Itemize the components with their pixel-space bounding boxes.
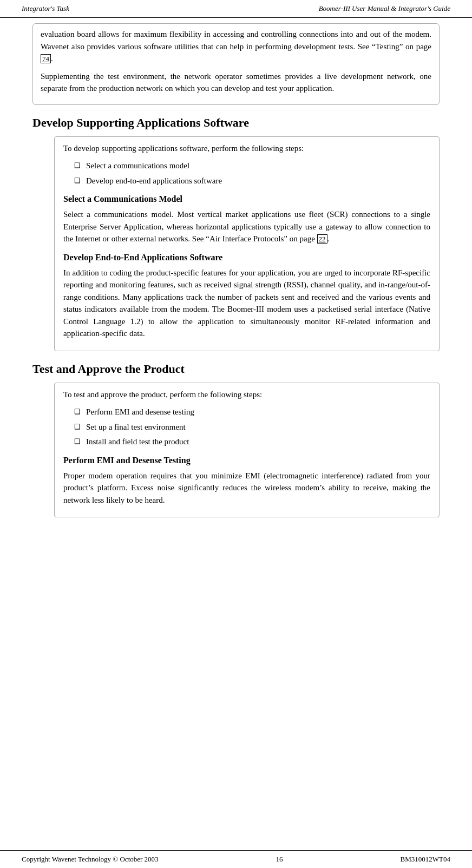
section2-intro-box: To test and approve the product, perform… (54, 383, 440, 518)
header-left: Integrator's Task (22, 4, 69, 13)
section2-steps-list: Perform EMI and desense testing Set up a… (74, 406, 430, 448)
list-item: Develop end-to-end applications software (74, 175, 430, 187)
section1-intro: To develop supporting applications softw… (63, 142, 430, 155)
subsection3-title: Perform EMI and Desense Testing (63, 456, 430, 465)
subsection1-title: Select a Communications Model (63, 194, 430, 204)
list-item: Select a communications model (74, 160, 430, 172)
section1-intro-box: To develop supporting applications softw… (54, 136, 440, 351)
page-content: evaluation board allows for maximum flex… (0, 18, 472, 556)
section1-title: Develop Supporting Applications Software (32, 116, 440, 130)
ref-74: 74 (41, 54, 51, 63)
subsection3-body: Proper modem operation requires that you… (63, 470, 430, 507)
section1-steps-list: Select a communications model Develop en… (74, 160, 430, 187)
intro-box: evaluation board allows for maximum flex… (32, 23, 440, 105)
list-item: Set up a final test environment (74, 421, 430, 433)
subsection2-body: In addition to coding the product-specif… (63, 267, 430, 340)
section2-intro: To test and approve the product, perform… (63, 389, 430, 401)
footer-left: Copyright Wavenet Technology © October 2… (22, 855, 159, 864)
subsection2-title: Develop End-to-End Applications Software (63, 253, 430, 262)
intro-para-1: evaluation board allows for maximum flex… (41, 28, 431, 65)
ref-22: 22 (317, 234, 327, 244)
header-right: Boomer-III User Manual & Integrator's Gu… (319, 4, 450, 13)
page-footer: Copyright Wavenet Technology © October 2… (0, 850, 472, 868)
section2-title: Test and Approve the Product (32, 362, 440, 376)
footer-right: BM310012WT04 (401, 855, 450, 864)
intro-para-2: Supplementing the test environment, the … (41, 70, 431, 95)
page-header: Integrator's Task Boomer-III User Manual… (0, 0, 472, 18)
list-item: Perform EMI and desense testing (74, 406, 430, 418)
footer-center: 16 (276, 855, 283, 864)
subsection1-body: Select a communications model. Most vert… (63, 208, 430, 245)
list-item: Install and field test the product (74, 436, 430, 448)
